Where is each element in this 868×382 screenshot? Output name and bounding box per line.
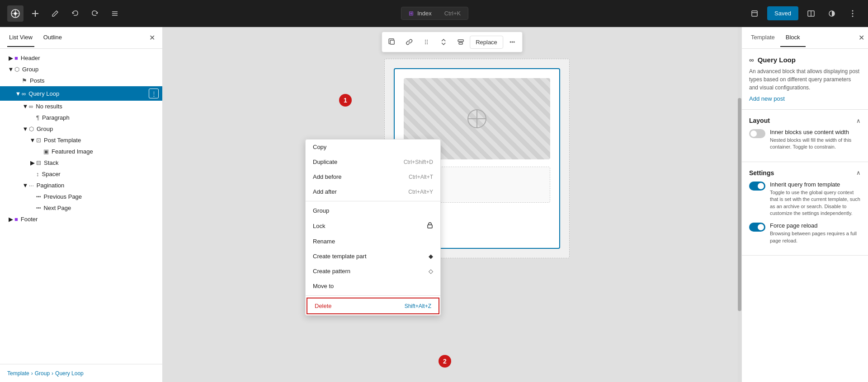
spacer-icon: ↕ <box>36 171 39 177</box>
breadcrumb-query-loop[interactable]: Query Loop <box>55 370 84 377</box>
inherit-query-toggle[interactable] <box>749 182 765 191</box>
tree-label-featured-image: Featured Image <box>52 148 93 155</box>
inner-blocks-label: Inner blocks use content width <box>770 129 861 135</box>
tab-block[interactable]: Block <box>780 28 806 47</box>
tree-item-query-loop[interactable]: ▼ ∞ Query Loop ⋮ <box>0 86 162 101</box>
right-panel-close[interactable]: ✕ <box>859 33 864 42</box>
index-label: Index <box>417 10 432 17</box>
more-tool-button[interactable] <box>504 34 520 50</box>
tree-item-no-results[interactable]: ▼ ∞ No results <box>0 101 162 112</box>
context-menu-create-pattern[interactable]: Create pattern ◇ <box>306 264 440 279</box>
context-menu-group[interactable]: Group <box>306 203 440 218</box>
chevron-icon: ▶ <box>29 159 36 166</box>
redo-button[interactable] <box>87 5 103 22</box>
svg-point-12 <box>852 10 853 11</box>
move-up-down-button[interactable] <box>435 34 452 50</box>
replace-button[interactable]: Replace <box>470 36 503 49</box>
tree-label-paragraph: Paragraph <box>42 114 70 121</box>
canvas-scrollbar[interactable] <box>738 27 741 382</box>
tab-outline[interactable]: Outline <box>42 28 64 47</box>
context-menu-divider1 <box>306 201 440 201</box>
tree-label-header: Header <box>21 55 40 61</box>
tree-label-spacer: Spacer <box>42 171 61 177</box>
context-menu-create-template[interactable]: Create template part ◆ <box>306 249 440 264</box>
breadcrumb-group[interactable]: Group <box>35 370 50 377</box>
toggle-slider <box>749 129 765 138</box>
index-pill[interactable]: ⊞ Index Ctrl+K <box>401 7 468 20</box>
list-view-button[interactable] <box>107 5 123 22</box>
inherit-query-desc: Toggle to use the global query context t… <box>770 189 861 217</box>
context-menu-add-after[interactable]: Add after Ctrl+Alt+Y <box>306 184 440 199</box>
block-name: ∞ Query Loop <box>749 56 861 64</box>
tree-label-group: Group <box>22 66 38 73</box>
split-view-button[interactable] <box>803 5 819 22</box>
query-loop-icon: ∞ <box>22 90 26 97</box>
view-button[interactable] <box>746 5 763 22</box>
tree-item-pagination[interactable]: ▼ ··· Pagination <box>0 180 162 191</box>
edit-button[interactable] <box>47 5 63 22</box>
scrollbar-thumb[interactable] <box>738 98 741 311</box>
right-panel: Template Block ✕ ∞ Query Loop An advance… <box>741 27 868 382</box>
tree-item-featured-image[interactable]: ▶ ▣ Featured Image <box>0 146 162 157</box>
svg-point-17 <box>427 40 428 41</box>
contrast-button[interactable] <box>824 5 840 22</box>
svg-rect-22 <box>458 40 463 42</box>
tree-item-spacer[interactable]: ▶ ↕ Spacer <box>0 168 162 180</box>
svg-point-13 <box>852 13 853 14</box>
layout-chevron-icon[interactable]: ∧ <box>856 117 861 124</box>
tree-item-posts[interactable]: ▶ ⚑ Posts <box>0 75 162 86</box>
tree-item-prev-page[interactable]: ▶ ••• Previous Page <box>0 191 162 202</box>
context-menu-duplicate[interactable]: Duplicate Ctrl+Shift+D <box>306 154 440 169</box>
tree-label-post-template: Post Template <box>44 137 81 144</box>
prev-page-icon: ••• <box>36 194 41 199</box>
context-menu-delete-wrapper: Delete Shift+Alt+Z <box>307 298 439 314</box>
step1-badge: 1 <box>339 94 352 107</box>
undo-button[interactable] <box>67 5 83 22</box>
link-tool-button[interactable] <box>401 34 417 50</box>
tree-item-group2[interactable]: ▼ ⬡ Group <box>0 123 162 135</box>
context-menu: Copy Duplicate Ctrl+Shift+D Add before C… <box>305 139 441 316</box>
tree-item-group[interactable]: ▼ ⬡ Group <box>0 64 162 75</box>
context-menu-move-to[interactable]: Move to <box>306 279 440 293</box>
align-tool-button[interactable] <box>453 34 469 50</box>
header-icon: ■ <box>14 55 18 61</box>
sidebar-close-button[interactable]: ✕ <box>149 33 155 42</box>
force-reload-desc: Browsing between pages requires a full p… <box>770 230 861 244</box>
query-loop-info-section: ∞ Query Loop An advanced block that allo… <box>742 49 868 110</box>
inner-blocks-toggle[interactable] <box>749 129 765 138</box>
tree-item-footer[interactable]: ▶ ■ Footer <box>0 214 162 225</box>
tree-item-next-page[interactable]: ▶ ••• Next Page <box>0 202 162 214</box>
query-loop-options-button[interactable]: ⋮ <box>149 89 159 98</box>
context-menu-add-before[interactable]: Add before Ctrl+Alt+T <box>306 169 440 184</box>
context-menu-copy[interactable]: Copy <box>306 140 440 154</box>
saved-button[interactable]: Saved <box>767 6 798 20</box>
tree-label-posts: Posts <box>30 77 45 84</box>
svg-point-25 <box>511 42 513 43</box>
lock-icon <box>427 222 433 230</box>
breadcrumb-template[interactable]: Template <box>7 370 29 377</box>
context-menu-rename[interactable]: Rename <box>306 234 440 249</box>
force-reload-toggle[interactable] <box>749 223 765 232</box>
sidebar-tree: ▶ ■ Header ▼ ⬡ Group ▶ ⚑ Posts ▼ ∞ Query… <box>0 49 162 364</box>
context-menu-lock[interactable]: Lock <box>306 218 440 234</box>
more-options-button[interactable] <box>844 5 861 22</box>
tab-list-view[interactable]: List View <box>7 28 34 47</box>
tab-template[interactable]: Template <box>745 28 780 47</box>
tree-item-post-template[interactable]: ▼ ⊡ Post Template <box>0 135 162 146</box>
drag-tool-button[interactable] <box>418 34 434 50</box>
wp-logo[interactable] <box>7 5 24 22</box>
tree-item-paragraph[interactable]: ▶ ¶ Paragraph <box>0 112 162 123</box>
tree-item-stack[interactable]: ▶ ⊟ Stack <box>0 157 162 168</box>
main-area: List View Outline ✕ ▶ ■ Header ▼ ⬡ Group… <box>0 27 868 382</box>
add-new-post-link[interactable]: Add new post <box>749 95 785 102</box>
tree-item-header[interactable]: ▶ ■ Header <box>0 52 162 64</box>
sidebar-header: List View Outline ✕ <box>0 27 162 49</box>
context-menu-delete[interactable]: Delete Shift+Alt+Z <box>307 298 439 313</box>
svg-point-20 <box>425 43 426 44</box>
settings-chevron-icon[interactable]: ∧ <box>856 169 861 176</box>
canvas-block-toolbar: Replace <box>382 32 523 52</box>
featured-image-icon: ▣ <box>43 148 49 155</box>
copy-tool-button[interactable] <box>384 34 400 50</box>
add-block-button[interactable] <box>27 5 43 22</box>
tree-label-next-page: Next Page <box>44 205 71 211</box>
